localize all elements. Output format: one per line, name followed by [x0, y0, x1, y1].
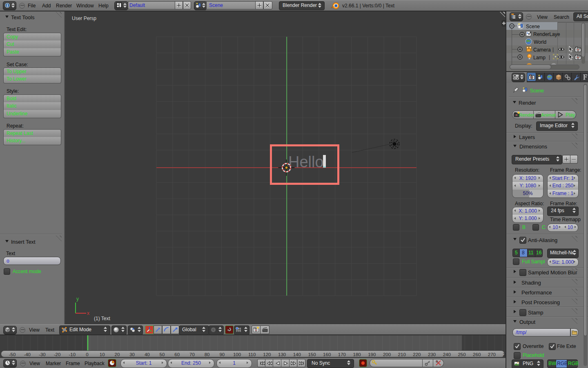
svg-text:140: 140	[293, 352, 301, 357]
svg-text:160: 160	[323, 352, 331, 357]
svg-text:100: 100	[233, 352, 241, 357]
svg-text:40: 40	[145, 352, 150, 357]
svg-text:50: 50	[160, 352, 165, 357]
svg-text:250: 250	[458, 352, 466, 357]
svg-text:60: 60	[174, 352, 180, 357]
svg-text:x: x	[87, 310, 89, 316]
svg-text:-40: -40	[24, 352, 31, 357]
svg-text:230: 230	[428, 352, 436, 357]
svg-text:180: 180	[353, 352, 361, 357]
svg-text:-20: -20	[54, 352, 61, 357]
svg-text:80: 80	[205, 352, 210, 357]
svg-text:270: 270	[488, 352, 496, 357]
svg-text:190: 190	[368, 352, 376, 357]
svg-text:30: 30	[129, 352, 135, 357]
svg-text:10: 10	[100, 352, 105, 357]
svg-text:110: 110	[248, 352, 256, 357]
svg-text:70: 70	[189, 352, 195, 357]
svg-text:200: 200	[383, 352, 391, 357]
svg-text:210: 210	[398, 352, 406, 357]
svg-text:220: 220	[413, 352, 421, 357]
svg-text:0: 0	[86, 352, 88, 357]
svg-text:260: 260	[473, 352, 481, 357]
svg-text:-50: -50	[9, 352, 16, 357]
svg-text:-10: -10	[69, 352, 76, 357]
svg-text:y: y	[76, 296, 79, 302]
svg-text:240: 240	[443, 352, 451, 357]
svg-text:-30: -30	[39, 352, 46, 357]
svg-text:20: 20	[115, 352, 120, 357]
svg-text:90: 90	[219, 352, 225, 357]
svg-text:170: 170	[338, 352, 346, 357]
svg-text:130: 130	[278, 352, 286, 357]
svg-text:120: 120	[263, 352, 271, 357]
svg-text:150: 150	[308, 352, 316, 357]
